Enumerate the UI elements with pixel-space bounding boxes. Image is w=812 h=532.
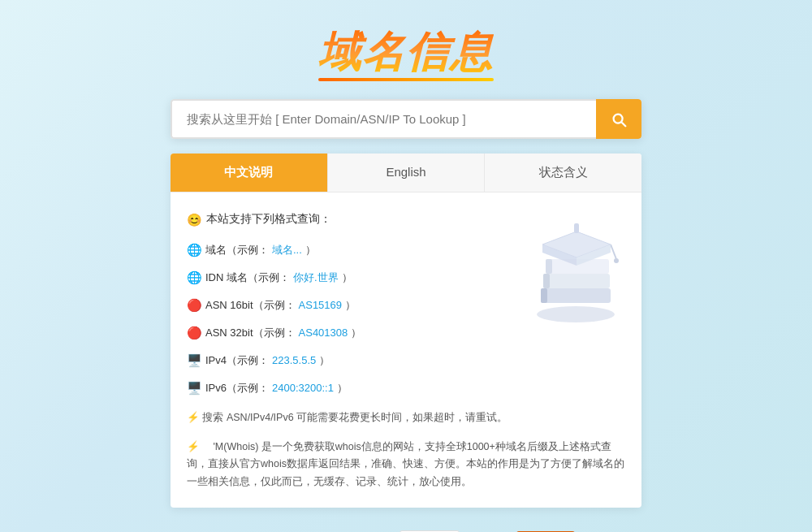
ipv6-icon: 🖥️ bbox=[187, 377, 202, 399]
domain-label: 域名（示例： bbox=[205, 240, 269, 259]
card-content: 😊 本站支持下列格式查询： 🌐 域名（示例： 域名... ） 🌐 IDN 域名（… bbox=[187, 209, 625, 491]
asn16-icon: 🔴 bbox=[187, 294, 202, 316]
asn16-link[interactable]: AS15169 bbox=[299, 296, 343, 314]
domain-link[interactable]: 域名... bbox=[272, 240, 302, 259]
ipv4-icon: 🖥️ bbox=[187, 349, 202, 371]
idn-link[interactable]: 你好.世界 bbox=[293, 268, 339, 287]
support-title: 😊 本站支持下列格式查询： bbox=[187, 209, 625, 231]
card-body: 😊 本站支持下列格式查询： 🌐 域名（示例： 域名... ） 🌐 IDN 域名（… bbox=[171, 192, 641, 508]
domain-icon: 🌐 bbox=[187, 239, 202, 261]
tab-status[interactable]: 状态含义 bbox=[485, 154, 641, 192]
main-card: 中文说明 English 状态含义 😊 本站支持下列格式查询： 🌐 域名（示例： bbox=[171, 154, 641, 508]
ipv4-label: IPv4（示例： bbox=[205, 351, 269, 370]
tab-english[interactable]: English bbox=[328, 154, 486, 192]
asn32-icon: 🔴 bbox=[187, 322, 202, 344]
idn-icon: 🌐 bbox=[187, 266, 202, 288]
note-row: ⚡ 搜索 ASN/IPv4/IPv6 可能需要花费更长时间，如果超时，请重试。 bbox=[187, 409, 625, 427]
tab-chinese[interactable]: 中文说明 bbox=[171, 154, 328, 192]
row-idn: 🌐 IDN 域名（示例： 你好.世界 ） bbox=[187, 266, 625, 288]
ipv6-label: IPv6（示例： bbox=[205, 378, 269, 397]
desc-block: ⚡ 'M(Whois) 是一个免费获取whois信息的网站，支持全球1000+种… bbox=[187, 439, 625, 492]
page-wrapper: 域名信息 中文说明 English 状态含义 bbox=[0, 0, 812, 532]
row-asn16: 🔴 ASN 16bit（示例： AS15169 ） bbox=[187, 294, 625, 316]
row-domain: 🌐 域名（示例： 域名... ） bbox=[187, 239, 625, 261]
row-ipv6: 🖥️ IPv6（示例： 2400:3200::1 ） bbox=[187, 377, 625, 399]
row-ipv4: 🖥️ IPv4（示例： 223.5.5.5 ） bbox=[187, 349, 625, 371]
support-emoji: 😊 bbox=[187, 209, 202, 231]
search-icon bbox=[610, 110, 628, 128]
ipv4-link[interactable]: 223.5.5.5 bbox=[272, 351, 316, 370]
logo-area: 域名信息 bbox=[318, 24, 494, 81]
site-logo: 域名信息 bbox=[318, 24, 494, 81]
row-asn32: 🔴 ASN 32bit（示例： AS401308 ） bbox=[187, 322, 625, 344]
tab-bar: 中文说明 English 状态含义 bbox=[171, 154, 641, 192]
search-input[interactable] bbox=[171, 99, 596, 139]
search-button[interactable] bbox=[596, 99, 641, 139]
idn-label: IDN 域名（示例： bbox=[205, 268, 290, 287]
asn32-link[interactable]: AS401308 bbox=[299, 323, 348, 342]
asn16-label: ASN 16bit（示例： bbox=[205, 296, 296, 314]
search-bar bbox=[171, 99, 641, 139]
asn32-label: ASN 32bit（示例： bbox=[205, 323, 296, 342]
ipv6-link[interactable]: 2400:3200::1 bbox=[272, 378, 334, 397]
